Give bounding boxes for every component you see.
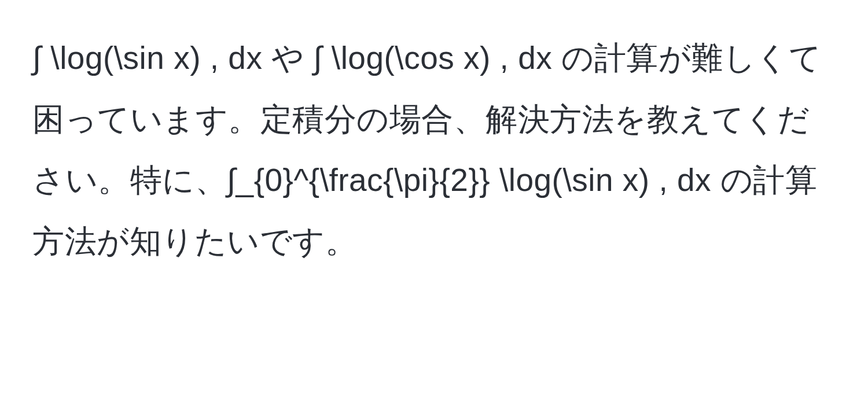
- document-container: ∫ \log(\sin x) , dx や ∫ \log(\cos x) , d…: [0, 0, 868, 300]
- body-text: ∫ \log(\sin x) , dx や ∫ \log(\cos x) , d…: [32, 28, 836, 272]
